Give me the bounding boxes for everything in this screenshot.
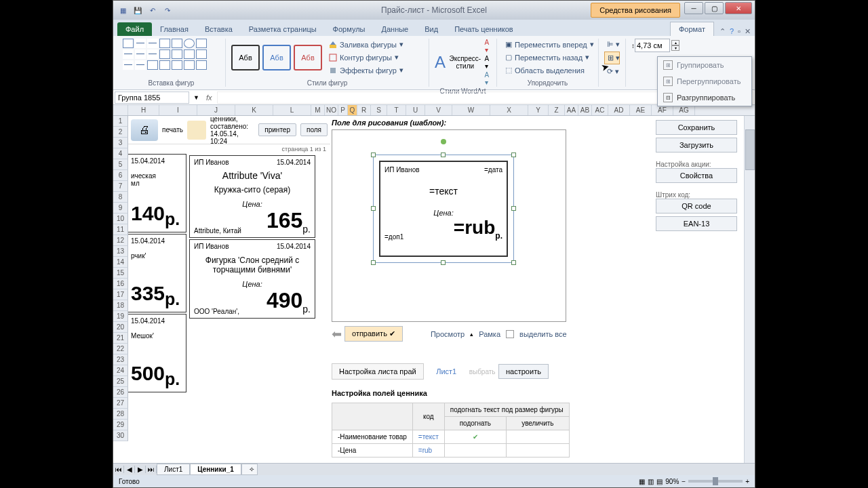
namebox-dropdown-icon[interactable]: ▼	[191, 94, 202, 101]
tab-nav-next[interactable]: ▶	[135, 466, 146, 473]
ribbon-tabs: Файл Главная Вставка Разметка страницы Ф…	[113, 20, 755, 36]
contextual-tab-label: Средства рисования	[591, 3, 680, 18]
minimize-button[interactable]: ─	[684, 2, 703, 14]
style-sample-2[interactable]: Абв	[262, 45, 291, 70]
menu-regroup: ⊞Перегруппировать	[658, 73, 751, 89]
save-icon[interactable]: 💾	[132, 5, 143, 16]
sheet-tab-2[interactable]: Ценники_1	[190, 464, 241, 475]
tab-formulas[interactable]: Формулы	[325, 22, 374, 36]
draw-area-label: Поле для рисования (шаблон):	[332, 119, 570, 127]
minimize-ribbon-icon[interactable]: ⌃	[719, 27, 726, 36]
printer-icon[interactable]: 🖨	[131, 119, 158, 141]
draw-canvas[interactable]: ИП Иванов=дата =текст Цена: =доп1=rubр.	[332, 129, 566, 322]
shape-outline-button[interactable]: Контур фигуры ▾	[326, 52, 406, 63]
tab-format[interactable]: Формат	[670, 22, 714, 36]
zoom-in-button[interactable]: +	[745, 478, 749, 485]
fx-icon[interactable]: fx	[202, 94, 216, 102]
zoom-slider[interactable]	[688, 480, 743, 483]
group-label-styles: Стили фигур	[231, 79, 423, 87]
menu-group: ⊞Группировать	[658, 57, 751, 73]
tab-print-tags[interactable]: Печать ценников	[446, 22, 521, 36]
align-button[interactable]: ⊫ ▾	[604, 39, 620, 50]
send-backward-button[interactable]: ▢ Переместить назад ▾	[502, 52, 593, 63]
ean-button[interactable]: EAN-13	[656, 216, 737, 231]
select-all-button[interactable]: выделить все	[517, 329, 570, 340]
barcode-label: Штрих код:	[656, 191, 737, 199]
selection-pane-button[interactable]: ⬚ Область выделения	[502, 64, 593, 76]
wordart-icon[interactable]: A	[435, 53, 446, 72]
frame-button[interactable]: Рамка	[476, 329, 503, 340]
maximize-button[interactable]: ▢	[705, 2, 724, 14]
print-label[interactable]: печать	[162, 126, 183, 134]
close-button[interactable]: ✕	[725, 2, 752, 14]
shape-effects-button[interactable]: Эффекты фигур ▾	[326, 64, 406, 76]
sheet-config-label: Настройка листа прай	[332, 363, 424, 380]
view-layout-icon[interactable]: ▥	[648, 478, 654, 485]
template-shape[interactable]: ИП Иванов=дата =текст Цена: =доп1=rubр.	[373, 155, 514, 263]
price-tag-2: ИП Иванов15.04.2014 Фигурка 'Слон средни…	[189, 239, 315, 318]
row-headers[interactable]: 1234567891011121314151617181920212223242…	[113, 116, 128, 441]
load-template-button[interactable]: Загрузить	[656, 138, 737, 152]
tab-nav-first[interactable]: ⏮	[113, 466, 124, 473]
zoom-level[interactable]: 90%	[665, 478, 679, 485]
tab-nav-prev[interactable]: ◀	[124, 466, 135, 473]
redo-icon[interactable]: ↷	[162, 5, 173, 16]
fields-button[interactable]: поля	[300, 123, 328, 136]
svg-rect-1	[330, 54, 336, 61]
qr-button[interactable]: QR code	[656, 199, 737, 214]
shapes-gallery[interactable]	[123, 39, 220, 70]
zoom-out-button[interactable]: −	[682, 478, 686, 485]
view-break-icon[interactable]: ▤	[656, 478, 663, 485]
express-styles-button[interactable]: Экспресс-стили	[448, 55, 482, 70]
column-headers[interactable]: HI JK LM NOP Q RS TU VW XY ZAA ABAC ADAE…	[113, 105, 755, 116]
send-button[interactable]: отправить ✔	[344, 326, 403, 342]
svg-rect-0	[330, 45, 336, 48]
vertical-scrollbar[interactable]	[744, 116, 755, 468]
text-effects-icon[interactable]: A ▾	[485, 71, 491, 86]
sheet-link[interactable]: Лист1	[427, 364, 466, 379]
menu-ungroup[interactable]: ⊟Разгруппировать	[658, 89, 751, 106]
restore-window-icon[interactable]: ▫	[738, 27, 741, 36]
tab-nav-last[interactable]: ⏭	[146, 466, 157, 473]
title-bar: ▦ 💾 ↶ ↷ Прайс-лист - Microsoft Excel Сре…	[113, 1, 755, 20]
setup-button[interactable]: настроить	[498, 364, 549, 379]
height-input[interactable]	[635, 39, 670, 52]
style-sample-3[interactable]: Абв	[294, 45, 322, 70]
tab-home[interactable]: Главная	[152, 22, 197, 36]
sheet-tab-1[interactable]: Лист1	[157, 464, 190, 475]
window-title: Прайс-лист - Microsoft Excel	[381, 5, 487, 15]
help-icon[interactable]: ?	[730, 27, 734, 36]
save-template-button[interactable]: Сохранить	[656, 120, 737, 135]
spin-down[interactable]: ▾	[671, 45, 679, 51]
tab-view[interactable]: Вид	[416, 22, 446, 36]
text-fill-icon[interactable]: A ▾	[485, 39, 491, 54]
tab-layout[interactable]: Разметка страницы	[241, 22, 325, 36]
new-sheet-button[interactable]: ✧	[241, 464, 258, 475]
status-ready: Готово	[119, 478, 140, 485]
close-workbook-icon[interactable]: ✕	[745, 27, 751, 36]
tab-data[interactable]: Данные	[373, 22, 416, 36]
undo-icon[interactable]: ↶	[147, 5, 158, 16]
view-normal-icon[interactable]: ▦	[639, 478, 645, 485]
tab-insert[interactable]: Вставка	[197, 22, 241, 36]
shape-fill-button[interactable]: Заливка фигуры ▾	[326, 39, 406, 50]
sheet-tabs: ⏮◀ ▶⏭ Лист1 Ценники_1 ✧	[113, 463, 755, 475]
spin-up[interactable]: ▴	[671, 40, 679, 45]
name-box[interactable]	[115, 92, 189, 104]
rotate-handle[interactable]	[441, 139, 446, 144]
properties-button[interactable]: Свойства	[656, 168, 737, 183]
group-dropdown-menu: ⊞Группировать ⊞Перегруппировать ⊟Разгруп…	[657, 56, 752, 106]
tab-file[interactable]: Файл	[117, 22, 152, 36]
bring-forward-button[interactable]: ▣ Переместить вперед ▾	[502, 39, 593, 50]
group-label-arrange: Упорядочить	[502, 79, 593, 87]
printer-button[interactable]: принтер	[258, 123, 296, 136]
back-arrow-icon[interactable]: ⬅	[332, 327, 342, 342]
promo-label: Настройка акции:	[656, 161, 737, 168]
preview-button[interactable]: Просмотр	[428, 329, 467, 340]
svg-rect-2	[330, 68, 336, 73]
text-outline-icon[interactable]: A ▾	[485, 55, 491, 70]
style-sample-1[interactable]: Абв	[231, 45, 260, 70]
doc-icon[interactable]	[187, 121, 206, 140]
fields-config-label: Настройка полей ценника	[332, 389, 570, 397]
frame-checkbox[interactable]	[506, 330, 514, 338]
